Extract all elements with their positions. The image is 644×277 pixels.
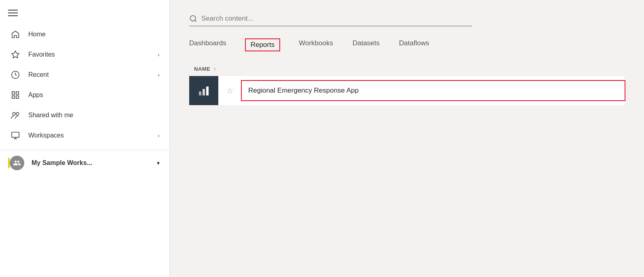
tab-dataflows[interactable]: Dataflows	[399, 39, 429, 51]
recent-icon	[10, 70, 21, 79]
svg-rect-14	[203, 89, 205, 95]
svg-rect-4	[12, 96, 15, 98]
sidebar-workspaces-label: Workspaces	[28, 132, 150, 139]
report-name-cell[interactable]: Regional Emergency Response App	[242, 81, 625, 100]
table-row[interactable]: ☆ Regional Emergency Response App	[189, 76, 625, 105]
search-bar[interactable]	[189, 15, 472, 26]
workspace-label: My Sample Works...	[32, 159, 150, 167]
apps-icon	[10, 91, 21, 99]
sidebar-apps-label: Apps	[28, 91, 160, 99]
search-input[interactable]	[201, 15, 472, 23]
sidebar-favorites-label: Favorites	[28, 51, 150, 58]
report-icon-box	[189, 76, 218, 105]
sidebar: Home Favorites › Recent ›	[0, 0, 170, 277]
tab-dashboards[interactable]: Dashboards	[189, 39, 226, 51]
svg-rect-3	[16, 92, 19, 94]
report-bar-chart-icon	[197, 84, 210, 97]
svg-line-12	[195, 20, 196, 22]
svg-rect-2	[12, 92, 15, 94]
workspace-avatar	[10, 156, 24, 170]
svg-rect-13	[199, 91, 201, 95]
svg-rect-15	[206, 87, 209, 95]
sidebar-item-apps[interactable]: Apps	[0, 85, 169, 105]
favorite-star-button[interactable]: ☆	[218, 86, 242, 95]
workspaces-chevron-icon: ›	[158, 132, 160, 139]
report-name-label: Regional Emergency Response App	[248, 87, 359, 94]
name-column-header[interactable]: NAME	[194, 66, 210, 72]
workspace-chevron-icon: ▾	[157, 160, 160, 166]
sidebar-item-home[interactable]: Home	[0, 24, 169, 44]
sidebar-item-my-workspace[interactable]: My Sample Works... ▾	[0, 150, 169, 176]
sidebar-nav: Home Favorites › Recent ›	[0, 24, 169, 277]
favorites-icon	[10, 50, 21, 59]
shared-icon	[10, 111, 21, 120]
sidebar-recent-label: Recent	[28, 71, 150, 78]
workspaces-icon	[10, 131, 21, 140]
tab-reports[interactable]: Reports	[246, 39, 280, 51]
hamburger-menu-button[interactable]	[0, 3, 169, 20]
tab-datasets[interactable]: Datasets	[353, 39, 380, 51]
table-header: NAME ↑	[189, 62, 625, 76]
search-icon	[189, 15, 197, 23]
tab-workbooks[interactable]: Workbooks	[299, 39, 333, 51]
home-icon	[10, 30, 21, 39]
main-content: Dashboards Reports Workbooks Datasets Da…	[170, 0, 644, 277]
sidebar-item-recent[interactable]: Recent ›	[0, 65, 169, 85]
hamburger-icon	[8, 10, 18, 16]
sidebar-shared-label: Shared with me	[28, 112, 160, 119]
tabs-bar: Dashboards Reports Workbooks Datasets Da…	[189, 39, 625, 51]
sort-arrow-icon: ↑	[213, 66, 216, 72]
svg-marker-0	[12, 51, 19, 58]
sidebar-home-label: Home	[28, 31, 160, 38]
favorites-chevron-icon: ›	[158, 51, 160, 58]
svg-point-7	[16, 112, 19, 115]
svg-point-6	[13, 112, 15, 115]
svg-rect-8	[12, 132, 19, 137]
sidebar-item-shared[interactable]: Shared with me	[0, 105, 169, 125]
sidebar-item-favorites[interactable]: Favorites ›	[0, 44, 169, 65]
sidebar-item-workspaces[interactable]: Workspaces ›	[0, 125, 169, 146]
recent-chevron-icon: ›	[158, 72, 160, 78]
svg-point-11	[190, 16, 196, 21]
svg-rect-5	[16, 96, 19, 98]
